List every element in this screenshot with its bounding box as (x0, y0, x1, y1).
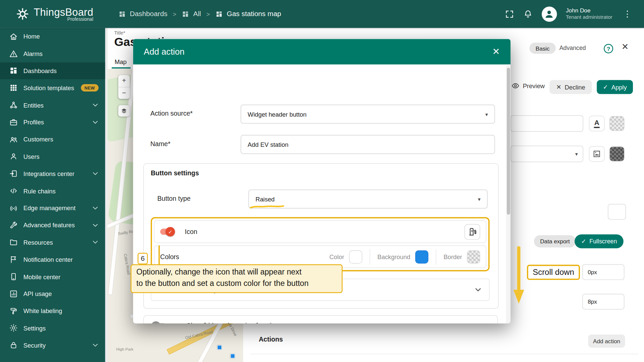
button-type-select[interactable]: Raised ▾ (249, 190, 488, 208)
sidebar-item-integrations-center[interactable]: Integrations center (0, 165, 105, 182)
dialog-title: Add action (144, 47, 185, 57)
dashboards-icon (9, 66, 18, 75)
help-icon[interactable]: ? (604, 44, 613, 53)
sidebar-item-solution-templates[interactable]: Solution templatesNEW (0, 79, 105, 97)
sidebar-item-label: Edge management (23, 204, 75, 212)
sidebar-item-users[interactable]: Users (0, 148, 105, 165)
breadcrumb-label: Dashboards (130, 10, 167, 18)
check-icon: ✓ (165, 227, 175, 236)
show-hide-toggle[interactable] (152, 323, 166, 323)
security-icon (9, 341, 18, 350)
name-label: Name* (150, 140, 170, 148)
breadcrumb-label: All (193, 10, 201, 18)
breadcrumb-current[interactable]: Gas stations map (215, 10, 281, 18)
title-style-field[interactable] (511, 115, 583, 132)
sidebar-item-label: Settings (23, 325, 46, 332)
sidebar-item-white-labeling[interactable]: White labeling (0, 302, 105, 319)
image-button[interactable] (589, 146, 605, 162)
sidebar-item-label: Alarms (23, 50, 43, 57)
sidebar-item-entities[interactable]: Entities (0, 97, 105, 114)
scrollbar-thumb[interactable] (506, 68, 510, 215)
notifications-bell-icon[interactable] (523, 9, 533, 19)
dropdown-caret-icon: ▾ (485, 111, 488, 117)
breadcrumb-dashboards[interactable]: Dashboards (118, 10, 168, 18)
close-icon[interactable]: ✕ (622, 42, 629, 52)
map-marker[interactable] (230, 354, 235, 358)
style-select-field[interactable]: ▾ (511, 146, 583, 162)
spacing-bottom-field[interactable]: 8px (582, 294, 624, 310)
sidebar-item-label: Dashboards (23, 67, 57, 74)
tab-underline (112, 67, 130, 69)
logo-title: ThingsBoard (34, 6, 93, 17)
grid-icon (118, 10, 126, 18)
text-color-button[interactable]: A (589, 116, 605, 131)
divider (370, 249, 370, 265)
scroll-down-arrow (513, 246, 525, 305)
fullscreen-icon[interactable] (505, 9, 514, 19)
color-swatch-button[interactable] (609, 116, 624, 131)
fullscreen-chip[interactable]: ✓ Fullscreen (575, 234, 624, 248)
top-bar: ThingsBoard Professional Dashboards > Al… (0, 0, 644, 28)
tab-map[interactable]: Map (115, 58, 127, 65)
rule-chains-icon (9, 186, 18, 195)
map-layers-button[interactable] (118, 105, 130, 116)
icon-row: ✓ Icon (154, 221, 486, 243)
sidebar-item-rule-chains[interactable]: Rule chains (0, 182, 105, 199)
map-marker[interactable] (217, 345, 222, 350)
divider (436, 249, 436, 265)
icon-toggle[interactable]: ✓ (160, 229, 174, 235)
scroll-down-label: Scroll down (527, 265, 580, 280)
zoom-in-button[interactable]: + (118, 75, 130, 87)
thingsboard-logo[interactable]: ThingsBoard Professional (16, 6, 94, 21)
new-badge: NEW (81, 84, 99, 92)
sidebar-item-alarms[interactable]: Alarms (0, 45, 105, 62)
breadcrumb-all[interactable]: All (182, 10, 201, 18)
grid-icon (182, 10, 190, 18)
entities-icon (9, 101, 18, 110)
decline-button[interactable]: ✕ Decline (549, 80, 592, 94)
sidebar-item-notification-center[interactable]: Notification center (0, 251, 105, 268)
small-field[interactable] (608, 204, 626, 220)
border-swatch[interactable] (467, 250, 480, 263)
tab-basic[interactable]: Basic (529, 43, 556, 54)
data-export-chip[interactable]: Data export (534, 235, 576, 248)
icon-picker-button[interactable] (465, 224, 480, 240)
sidebar-item-profiles[interactable]: Profiles (0, 114, 105, 131)
sidebar-item-customers[interactable]: Customers (0, 131, 105, 148)
sidebar-item-advanced-features[interactable]: Advanced features (0, 217, 105, 234)
image-icon (592, 149, 601, 159)
profiles-icon (9, 118, 18, 127)
sidebar-item-api-usage[interactable]: API usage (0, 285, 105, 302)
sidebar-item-security[interactable]: Security (0, 337, 105, 354)
tab-advanced[interactable]: Advanced (559, 45, 586, 51)
apply-button[interactable]: ✓ Apply (597, 80, 633, 94)
sidebar-item-resources[interactable]: Resources (0, 234, 105, 251)
add-action-button[interactable]: Add action (588, 335, 625, 348)
sidebar-item-home[interactable]: Home (0, 28, 105, 45)
sidebar-item-dashboards[interactable]: Dashboards (0, 62, 105, 79)
sidebar-item-label: Profiles (23, 119, 44, 126)
sidebar-item-mobile-center[interactable]: Mobile center (0, 268, 105, 285)
background-swatch[interactable] (415, 250, 428, 263)
dialog-scrollbar[interactable] (506, 64, 511, 323)
spacing-top-field[interactable]: 0px (582, 264, 624, 280)
sidebar-item-label: Advanced features (23, 222, 75, 229)
alarm-icon (9, 49, 18, 58)
sidebar-item-settings[interactable]: Settings (0, 319, 105, 337)
name-input[interactable]: Add EV station (241, 135, 495, 154)
chevron-down-icon (91, 101, 99, 109)
chevron-down-icon (91, 221, 99, 229)
sidebar-item-label: Security (23, 342, 46, 349)
action-source-select[interactable]: Widget header button ▾ (241, 105, 495, 123)
preview-button[interactable]: Preview (512, 82, 545, 90)
dark-color-swatch-button[interactable] (609, 146, 624, 161)
avatar[interactable] (542, 6, 557, 21)
kebab-menu-icon[interactable]: ⋮ (622, 9, 634, 19)
zoom-out-button[interactable]: − (118, 87, 130, 99)
sidebar-item-edge-management[interactable]: Edge management (0, 199, 105, 217)
color-label: Color (329, 253, 344, 260)
color-swatch[interactable] (349, 250, 362, 263)
user-info: John Doe Tenant administrator (566, 7, 612, 21)
dialog-close-icon[interactable]: ✕ (492, 46, 500, 57)
format-color-icon: A (594, 119, 599, 128)
